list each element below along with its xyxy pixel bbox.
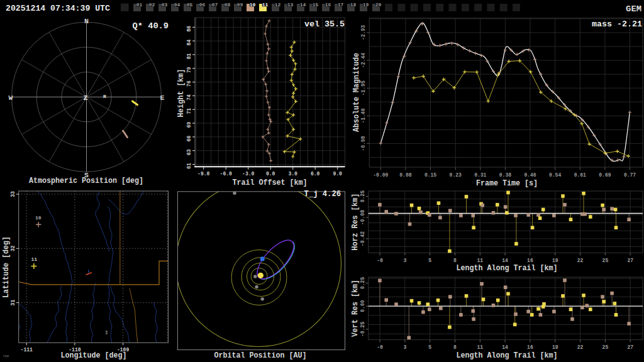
svg-text:10: 10 — [250, 2, 256, 8]
svg-text:11: 11 — [262, 2, 269, 8]
svg-text:27: 27 — [627, 257, 633, 264]
svg-text:16: 16 — [325, 2, 331, 8]
svg-text:0.46: 0.46 — [524, 172, 536, 178]
svg-text:as: as — [104, 331, 109, 335]
svg-text:04: 04 — [174, 2, 180, 8]
svg-text:0.38: 0.38 — [499, 172, 511, 178]
svg-text:0.31: 0.31 — [474, 172, 486, 178]
svg-text:5: 5 — [428, 344, 431, 351]
svg-text:14: 14 — [502, 257, 508, 264]
svg-text:13: 13 — [287, 2, 294, 8]
svg-text:69: 69 — [186, 121, 192, 128]
svg-text:22: 22 — [577, 257, 584, 264]
svg-text:8: 8 — [453, 344, 457, 351]
svg-text:0.15: 0.15 — [425, 172, 436, 178]
svg-text:0.77: 0.77 — [624, 172, 636, 178]
svg-text:Q* 40.9: Q* 40.9 — [133, 21, 169, 31]
svg-text:0.25: 0.25 — [359, 190, 366, 202]
svg-text:08: 08 — [225, 2, 231, 8]
svg-text:0.25: 0.25 — [359, 277, 366, 289]
svg-text:Length Along Trail [km]: Length Along Trail [km] — [457, 264, 558, 273]
svg-text:Vert Res [km]: Vert Res [km] — [351, 280, 360, 337]
svg-text:T_j 4.26: T_j 4.26 — [304, 189, 341, 199]
svg-text:01: 01 — [136, 2, 143, 8]
svg-text:14: 14 — [300, 2, 306, 8]
svg-text:14: 14 — [502, 344, 508, 351]
svg-text:-111: -111 — [21, 346, 33, 353]
svg-text:0.54: 0.54 — [549, 172, 561, 178]
svg-text:27: 27 — [627, 344, 633, 351]
svg-text:-9.0: -9.0 — [197, 170, 209, 177]
svg-text:25: 25 — [602, 344, 609, 351]
svg-text:03: 03 — [162, 2, 168, 8]
svg-text:Longitude [deg]: Longitude [deg] — [61, 351, 127, 360]
svg-text:12: 12 — [275, 2, 281, 8]
svg-text:79: 79 — [186, 67, 192, 73]
svg-text:-0: -0 — [377, 257, 383, 264]
svg-text:33: 33 — [9, 191, 16, 197]
svg-text:8: 8 — [453, 257, 457, 264]
svg-text:19: 19 — [552, 344, 558, 351]
svg-text:-0.98: -0.98 — [360, 136, 367, 151]
svg-text:-3.0: -3.0 — [242, 170, 254, 177]
svg-text:Length Along Trail [km]: Length Along Trail [km] — [457, 351, 558, 360]
svg-text:09: 09 — [237, 2, 243, 8]
svg-text:11: 11 — [477, 344, 484, 351]
svg-text:11: 11 — [31, 256, 37, 262]
svg-text:0.00: 0.00 — [359, 300, 366, 312]
svg-text:16: 16 — [527, 257, 533, 264]
svg-text:Height [km]: Height [km] — [177, 69, 186, 118]
svg-text:-0.25: -0.25 — [359, 322, 366, 337]
svg-text:Absolute Magnitude: Absolute Magnitude — [352, 53, 361, 132]
svg-text:-6.0: -6.0 — [220, 170, 232, 177]
svg-text:N: N — [84, 17, 89, 25]
svg-text:R: R — [103, 94, 106, 99]
svg-text:74: 74 — [186, 94, 192, 101]
svg-text:E: E — [160, 94, 165, 102]
svg-text:mass -2.21: mass -2.21 — [592, 19, 642, 29]
svg-text:86: 86 — [186, 26, 192, 32]
svg-text:GEM: GEM — [626, 4, 641, 14]
svg-text:Trail Offset [km]: Trail Offset [km] — [233, 178, 308, 187]
svg-text:Atmospheric Position [deg]: Atmospheric Position [deg] — [29, 177, 143, 185]
svg-text:10: 10 — [35, 215, 42, 221]
svg-text:3: 3 — [403, 257, 406, 264]
svg-text:17: 17 — [338, 2, 344, 8]
svg-text:0.61: 0.61 — [574, 172, 586, 178]
svg-text:W: W — [9, 94, 13, 102]
svg-text:Latitude [deg]: Latitude [deg] — [2, 236, 11, 298]
svg-text:Frame Time [s]: Frame Time [s] — [476, 179, 538, 188]
svg-text:25: 25 — [602, 257, 609, 264]
svg-text:16: 16 — [527, 344, 533, 351]
svg-text:vel 35.5: vel 35.5 — [304, 19, 345, 29]
svg-text:Orbital Position [AU]: Orbital Position [AU] — [214, 351, 307, 360]
svg-text:-2.93: -2.93 — [360, 25, 367, 40]
svg-text:19: 19 — [363, 2, 369, 8]
svg-text:20251214 07:34:39 UTC: 20251214 07:34:39 UTC — [6, 4, 110, 13]
svg-text:22: 22 — [577, 344, 584, 351]
svg-text:71: 71 — [186, 108, 192, 114]
svg-text:0.0: 0.0 — [266, 170, 275, 177]
svg-text:-0.08: -0.08 — [359, 210, 366, 225]
svg-text:11: 11 — [477, 257, 484, 264]
svg-text:3: 3 — [403, 344, 406, 351]
svg-text:61: 61 — [186, 163, 192, 169]
svg-text:5: 5 — [428, 257, 431, 264]
svg-text:-0.42: -0.42 — [359, 231, 366, 246]
svg-text:07: 07 — [212, 2, 218, 8]
svg-text:0.69: 0.69 — [599, 172, 611, 178]
svg-text:84: 84 — [186, 40, 192, 46]
svg-text:20: 20 — [375, 2, 382, 8]
svg-text:05: 05 — [187, 2, 193, 8]
svg-text:3.0: 3.0 — [289, 170, 298, 177]
svg-text:Horz Res [km]: Horz Res [km] — [351, 194, 360, 251]
svg-text:-0: -0 — [377, 344, 383, 351]
svg-text:18: 18 — [350, 2, 357, 8]
svg-text:76: 76 — [186, 80, 192, 87]
svg-text:0.23: 0.23 — [450, 172, 462, 178]
svg-text:31: 31 — [9, 300, 16, 306]
svg-text:19: 19 — [552, 257, 558, 264]
svg-text:ryw: ryw — [3, 354, 9, 358]
svg-text:06: 06 — [199, 2, 206, 8]
svg-text:Z: Z — [84, 94, 88, 102]
